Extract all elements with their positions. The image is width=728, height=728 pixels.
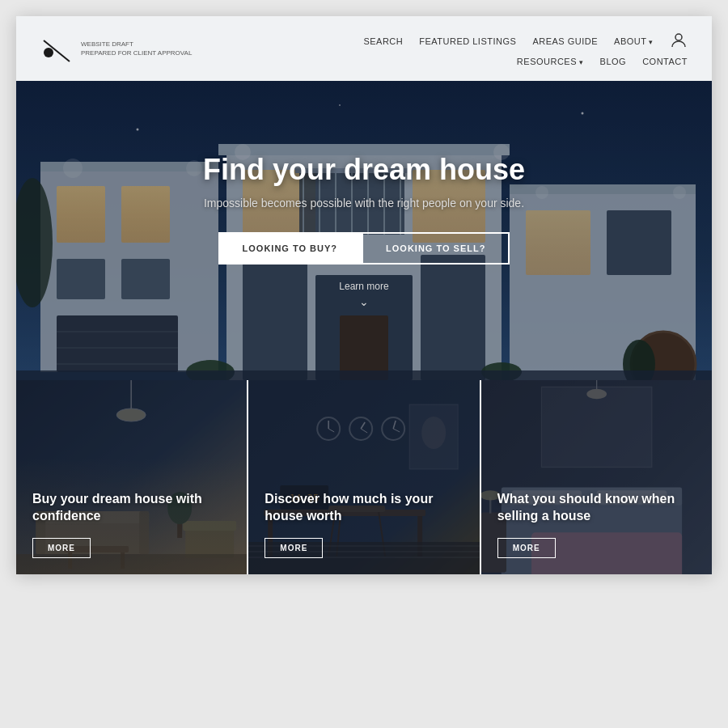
card-1-content: Buy your dream house with confidence MOR… <box>16 380 247 574</box>
card-3-content: What you should know when selling a hous… <box>481 380 712 574</box>
card-1-title: Buy your dream house with confidence <box>32 491 231 525</box>
nav-about[interactable]: ABOUT <box>614 36 654 46</box>
card-1-btn[interactable]: MORE <box>32 538 91 558</box>
nav-bottom: RESOURCES BLOG CONTACT <box>517 57 688 66</box>
header: WEBSITE DRAFT PREPARED FOR CLIENT APPROV… <box>16 16 712 81</box>
hero-content: Find your dream house Impossible becomes… <box>203 153 525 308</box>
hero-section: Find your dream house Impossible becomes… <box>16 81 712 380</box>
sell-button[interactable]: LOOKING TO SELL? <box>362 232 510 265</box>
card-worth: 14 35 <box>248 380 480 574</box>
card-2-title: Discover how much is your house worth <box>265 491 463 525</box>
user-icon[interactable] <box>670 31 688 52</box>
nav-blog[interactable]: BLOG <box>600 57 627 66</box>
buy-button[interactable]: LOOKING TO BUY? <box>218 232 362 265</box>
learn-more[interactable]: Learn more ⌄ <box>203 281 525 308</box>
hero-title: Find your dream house <box>203 153 525 187</box>
card-2-btn[interactable]: MORE <box>265 538 323 558</box>
svg-point-2 <box>675 34 682 40</box>
chevron-down-icon: ⌄ <box>359 295 369 308</box>
hero-subtitle: Impossible becomes possible with the rig… <box>203 197 525 210</box>
nav-featured[interactable]: FEATURED LISTINGS <box>419 36 516 46</box>
nav-resources[interactable]: RESOURCES <box>517 57 584 66</box>
card-2-content: Discover how much is your house worth MO… <box>248 380 479 574</box>
hero-buttons: LOOKING TO BUY? LOOKING TO SELL? <box>203 232 525 265</box>
logo-area: WEBSITE DRAFT PREPARED FOR CLIENT APPROV… <box>40 32 192 65</box>
svg-point-0 <box>44 48 53 57</box>
card-3-btn[interactable]: MORE <box>497 538 556 558</box>
nav-area: SEARCH FEATURED LISTINGS AREAS GUIDE ABO… <box>363 31 688 66</box>
logo-text: WEBSITE DRAFT PREPARED FOR CLIENT APPROV… <box>81 40 192 57</box>
card-buy: Buy your dream house with confidence MOR… <box>16 380 248 574</box>
page-wrapper: WEBSITE DRAFT PREPARED FOR CLIENT APPROV… <box>16 16 712 574</box>
logo-icon <box>40 32 73 65</box>
card-selling: What you should know when selling a hous… <box>481 380 712 574</box>
nav-search[interactable]: SEARCH <box>363 36 403 46</box>
nav-areas[interactable]: AREAS GUIDE <box>532 36 598 46</box>
nav-top: SEARCH FEATURED LISTINGS AREAS GUIDE ABO… <box>363 31 688 52</box>
card-3-title: What you should know when selling a hous… <box>497 491 696 525</box>
nav-contact[interactable]: CONTACT <box>642 57 688 66</box>
cards-section: Buy your dream house with confidence MOR… <box>16 380 712 574</box>
